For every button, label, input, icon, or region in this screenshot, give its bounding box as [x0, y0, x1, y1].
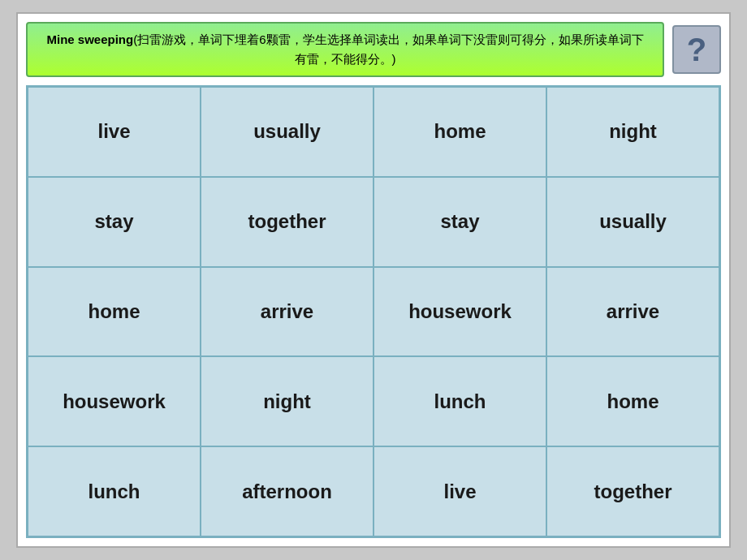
grid-cell-4[interactable]: stay: [28, 177, 201, 267]
grid-cell-15[interactable]: home: [546, 356, 719, 446]
header-title-cn: (扫雷游戏，单词下埋着6颗雷，学生选择单词读出，如果单词下没雷则可得分，如果所读…: [133, 32, 643, 66]
header-area: Mine sweeping(扫雷游戏，单词下埋着6颗雷，学生选择单词读出，如果单…: [26, 22, 721, 77]
word-grid: liveusuallyhomenightstaytogetherstayusua…: [26, 85, 721, 538]
main-container: Mine sweeping(扫雷游戏，单词下埋着6颗雷，学生选择单词读出，如果单…: [16, 12, 731, 548]
grid-cell-7[interactable]: usually: [546, 177, 719, 267]
grid-cell-18[interactable]: live: [374, 446, 546, 536]
grid-cell-8[interactable]: home: [28, 267, 201, 357]
grid-cell-17[interactable]: afternoon: [201, 446, 374, 536]
header-title-bold: Mine sweeping: [46, 32, 133, 46]
header-text-box: Mine sweeping(扫雷游戏，单词下埋着6颗雷，学生选择单词读出，如果单…: [26, 22, 664, 77]
grid-cell-14[interactable]: lunch: [374, 356, 546, 446]
question-box: ?: [672, 25, 721, 74]
grid-cell-16[interactable]: lunch: [28, 446, 201, 536]
grid-cell-19[interactable]: together: [546, 446, 719, 536]
grid-cell-10[interactable]: housework: [374, 267, 546, 357]
grid-cell-12[interactable]: housework: [28, 356, 201, 446]
grid-cell-2[interactable]: home: [374, 87, 546, 177]
grid-cell-6[interactable]: stay: [374, 177, 546, 267]
grid-cell-13[interactable]: night: [201, 356, 374, 446]
grid-cell-1[interactable]: usually: [201, 87, 374, 177]
grid-cell-0[interactable]: live: [28, 87, 201, 177]
question-mark: ?: [687, 32, 706, 68]
grid-cell-11[interactable]: arrive: [546, 267, 719, 357]
grid-cell-3[interactable]: night: [546, 87, 719, 177]
grid-cell-5[interactable]: together: [201, 177, 374, 267]
grid-cell-9[interactable]: arrive: [201, 267, 374, 357]
